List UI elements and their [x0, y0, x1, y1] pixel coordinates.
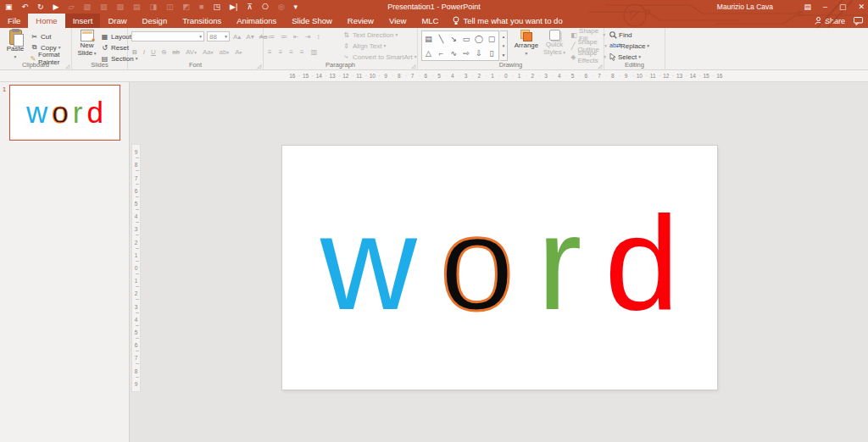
replace-button[interactable]: ab⇄ Replace▾: [609, 41, 649, 51]
Slide Show[interactable]: Slide Show: [284, 14, 340, 28]
slide-word-text[interactable]: word: [282, 196, 717, 329]
lightbulb-icon: [453, 16, 459, 25]
group-label-drawing: Drawing: [418, 61, 604, 69]
ribbon-tabs: FileHomeInsertDrawDesignTransitionsAnima…: [0, 14, 446, 28]
font-dialog-launcher-icon[interactable]: ◿: [257, 63, 261, 69]
shape-icon[interactable]: ▤: [422, 31, 435, 46]
slide-number: 1: [3, 86, 6, 93]
shape-icon[interactable]: ▭: [460, 31, 473, 46]
maximize-button[interactable]: ▢: [839, 3, 847, 11]
drawing-dialog-launcher-icon[interactable]: ◿: [598, 63, 602, 69]
bold-button[interactable]: B: [132, 48, 137, 56]
align-right-icon[interactable]: ≡: [289, 48, 293, 56]
shape-icon[interactable]: ↘: [448, 31, 460, 46]
File[interactable]: File: [0, 14, 28, 28]
group-paragraph: ≔≕⇤⇥↕ ≡≡≡≡▥ ⇅Text Direction▾ ⇕Align Text…: [264, 28, 418, 69]
thumbnail-letter: o: [52, 97, 68, 127]
shape-icon[interactable]: △: [422, 46, 435, 60]
paragraph-row1: ≔≕⇤⇥↕: [268, 31, 320, 41]
slide-letter: r: [537, 196, 582, 329]
shape-fill-icon: ◧: [570, 31, 577, 39]
ribbon-display-options-icon[interactable]: ▤: [804, 3, 811, 11]
numbering-icon[interactable]: ≕: [281, 33, 287, 41]
tell-me-box[interactable]: Tell me what you want to do: [446, 14, 569, 28]
columns-icon[interactable]: ▥: [311, 48, 318, 56]
font-color-button[interactable]: A▾: [235, 48, 242, 56]
arrange-icon: [520, 30, 532, 41]
Home[interactable]: Home: [28, 14, 64, 28]
quick-styles-button[interactable]: Quick Styles ▾: [542, 30, 567, 57]
character-spacing-button[interactable]: AV▾: [186, 48, 197, 56]
minimize-button[interactable]: –: [823, 3, 827, 11]
shrink-font-button[interactable]: A▾: [246, 33, 253, 41]
group-label-editing: Editing: [604, 61, 665, 69]
highlight-color-button[interactable]: ab▾: [219, 48, 229, 56]
slide-thumbnail-panel: 1 word: [0, 82, 130, 442]
shape-effects-icon: ◈: [570, 53, 576, 61]
workspace: 1 word 9876543210123456789 word: [0, 82, 868, 442]
grow-font-button[interactable]: A▴: [233, 33, 241, 41]
align-center-icon[interactable]: ≡: [279, 48, 283, 56]
vertical-ruler: 9876543210123456789: [131, 144, 141, 392]
text-direction-icon: ⇅: [342, 31, 351, 39]
paste-button[interactable]: Paste▾: [4, 30, 26, 61]
shape-icon[interactable]: ⇩: [473, 46, 486, 60]
justify-icon[interactable]: ≡: [300, 48, 304, 56]
shape-icon[interactable]: ⌐: [435, 46, 448, 60]
align-text-button[interactable]: ⇕Align Text▾: [342, 41, 386, 51]
paragraph-dialog-launcher-icon[interactable]: ◿: [411, 63, 415, 69]
font-name-combobox[interactable]: ▾: [131, 31, 204, 41]
line-spacing-icon[interactable]: ↕: [316, 33, 320, 41]
shape-icon[interactable]: ╲: [435, 31, 448, 46]
Design[interactable]: Design: [135, 14, 175, 28]
horizontal-ruler-numbers: 1615141312111098765432101234567891011121…: [286, 72, 726, 80]
change-case-button[interactable]: Aa▾: [203, 48, 214, 56]
align-left-icon[interactable]: ≡: [268, 48, 272, 56]
arrange-button[interactable]: Arrange▾: [513, 30, 540, 58]
shapes-gallery: ▤╲↘▭◯▢△⌐∿⇨⇩▯: [421, 30, 499, 61]
decrease-indent-icon[interactable]: ⇤: [293, 33, 299, 41]
Animations[interactable]: Animations: [229, 14, 284, 28]
Transitions[interactable]: Transitions: [175, 14, 229, 28]
find-button[interactable]: Find: [609, 30, 632, 40]
shapes-gallery-scroll[interactable]: ▴▾▼: [500, 30, 508, 61]
share-button[interactable]: Share: [815, 17, 845, 25]
text-direction-button[interactable]: ⇅Text Direction▾: [342, 30, 398, 40]
shape-icon[interactable]: ∿: [448, 46, 460, 60]
View[interactable]: View: [381, 14, 414, 28]
underline-button[interactable]: U: [151, 48, 156, 56]
slide-canvas[interactable]: word: [282, 146, 717, 390]
shape-icon[interactable]: ▯: [485, 46, 498, 60]
reset-button[interactable]: ↺Reset: [100, 42, 129, 52]
Review[interactable]: Review: [340, 14, 381, 28]
group-label-font: Font: [128, 61, 263, 69]
Insert[interactable]: Insert: [65, 14, 101, 28]
font-size-combobox[interactable]: 88▾: [207, 31, 230, 41]
replace-icon: ab⇄: [609, 42, 619, 49]
shape-icon[interactable]: ⇨: [460, 46, 473, 60]
group-label-paragraph: Paragraph: [264, 61, 417, 69]
bullets-icon[interactable]: ≔: [268, 33, 275, 41]
shape-icon[interactable]: ◯: [473, 31, 486, 46]
text-shadow-button[interactable]: ab: [172, 48, 180, 56]
select-cursor-icon: [609, 53, 616, 61]
paste-icon: [9, 30, 22, 45]
strikethrough-button[interactable]: S: [162, 48, 166, 56]
font-style-buttons: B I U S ab AV▾ Aa▾ ab▾ A▾: [132, 47, 242, 57]
align-text-icon: ⇕: [342, 42, 351, 50]
increase-indent-icon[interactable]: ⇥: [305, 33, 311, 41]
close-button[interactable]: ✕: [858, 3, 865, 11]
MLC[interactable]: MLC: [414, 14, 446, 28]
comments-icon[interactable]: [854, 17, 863, 25]
clipboard-dialog-launcher-icon[interactable]: ◿: [65, 63, 70, 69]
new-slide-button[interactable]: New Slide ▾: [75, 30, 98, 58]
thumbnail-letter: w: [26, 97, 47, 127]
thumbnail-letter: r: [73, 97, 83, 127]
shape-icon[interactable]: ▢: [485, 31, 498, 46]
italic-button[interactable]: I: [143, 48, 145, 56]
slide-thumbnail-1[interactable]: word: [9, 85, 120, 141]
smartart-icon: ⤷: [342, 52, 351, 61]
Draw[interactable]: Draw: [100, 14, 134, 28]
cut-button[interactable]: ✂Cut: [30, 31, 51, 41]
person-icon: [815, 17, 822, 25]
